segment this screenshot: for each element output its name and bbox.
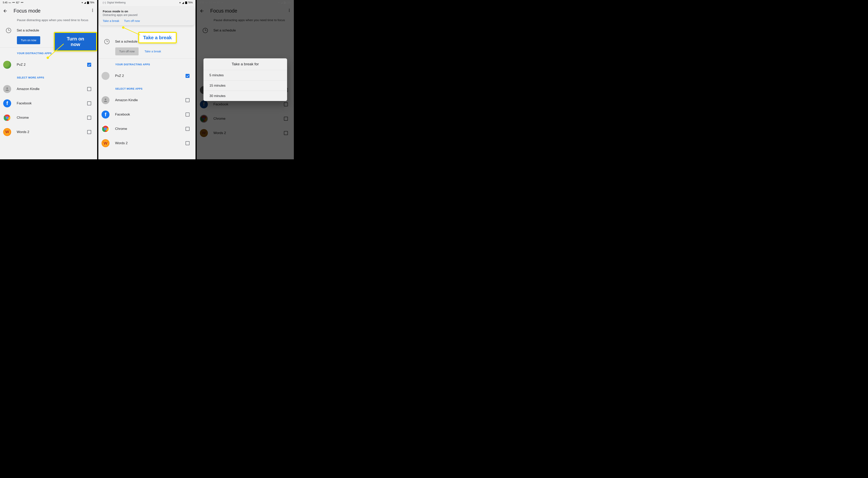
break-option-15min[interactable]: 15 minutes xyxy=(204,80,287,91)
svg-point-19 xyxy=(104,128,106,130)
app-name: Amazon Kindle xyxy=(17,87,39,91)
notif-turn-off-action[interactable]: Turn off now xyxy=(124,19,140,23)
app-name: Words 2 xyxy=(17,130,29,134)
app-row[interactable]: Amazon Kindle xyxy=(0,82,97,96)
cellular-icon: ◢ xyxy=(84,1,86,4)
panel-turn-on: 5:45 fios ••• 82° ••• ▾ ◢ 76% Focus mode… xyxy=(0,0,97,159)
turn-on-now-button[interactable]: Turn on now xyxy=(17,36,40,44)
app-name: Facebook xyxy=(17,101,32,106)
callout-turn-on-now: Turn on now xyxy=(54,32,97,51)
app-icon-words2: W xyxy=(3,128,11,136)
callout-take-a-break: Take a break xyxy=(138,32,177,43)
your-distracting-apps-label: YOUR DISTRACTING APPS xyxy=(98,59,195,69)
panel-focus-on: (○) Digital Wellbeing ▾ ◢ 76% Set a sche… xyxy=(98,0,195,159)
app-checkbox[interactable] xyxy=(186,113,189,117)
app-icon-chrome xyxy=(101,125,110,133)
dots-icon: ••• xyxy=(12,1,15,4)
focus-indicator-icon: (○) xyxy=(103,1,106,4)
app-row[interactable]: Amazon Kindle xyxy=(98,93,195,107)
overflow-menu[interactable] xyxy=(91,8,94,13)
take-a-break-link[interactable]: Take a break xyxy=(145,50,161,53)
svg-point-4 xyxy=(92,10,93,11)
cellular-icon: ◢ xyxy=(182,1,184,4)
svg-point-10 xyxy=(6,117,8,119)
app-icon-words2: W xyxy=(101,139,110,147)
app-row-pvz2[interactable]: PvZ 2 xyxy=(98,69,195,83)
clock-icon xyxy=(6,28,11,33)
status-bar: (○) Digital Wellbeing ▾ ◢ 76% xyxy=(98,0,195,5)
app-checkbox[interactable] xyxy=(186,74,189,78)
notif-title: Focus mode is on xyxy=(103,9,191,13)
app-checkbox[interactable] xyxy=(186,98,189,102)
break-option-30min[interactable]: 30 minutes xyxy=(204,91,287,101)
svg-point-5 xyxy=(92,11,93,12)
app-checkbox[interactable] xyxy=(186,141,189,145)
take-break-dialog: Take a break for 5 minutes 15 minutes 30… xyxy=(204,58,287,101)
turn-off-now-button[interactable]: Turn off now xyxy=(115,48,138,55)
set-schedule-label: Set a schedule xyxy=(17,28,39,32)
status-time: 5:45 xyxy=(3,1,7,4)
status-app-name: Digital Wellbeing xyxy=(107,1,126,4)
svg-point-3 xyxy=(92,9,93,9)
app-name: Chrome xyxy=(115,127,127,131)
app-row-pvz2[interactable]: PvZ 2 xyxy=(0,58,97,72)
app-name: Amazon Kindle xyxy=(115,98,138,102)
app-icon-pvz2-paused xyxy=(101,72,110,80)
dots-icon: ••• xyxy=(21,1,24,4)
panel-break-dialog: 5:45 fios (○) ••• 82° • ▾ ◢ 75% xyxy=(197,0,294,159)
wifi-icon: ▾ xyxy=(179,1,181,4)
app-checkbox[interactable] xyxy=(87,116,91,120)
break-option-5min[interactable]: 5 minutes xyxy=(204,70,287,80)
battery-indicator: 76% xyxy=(185,1,193,4)
header: Focus mode xyxy=(0,5,97,15)
app-icon-kindle xyxy=(3,85,11,93)
app-row[interactable]: W Words 2 xyxy=(98,136,195,150)
select-more-apps-label: SELECT MORE APPS xyxy=(98,83,195,93)
app-name: PvZ 2 xyxy=(17,63,26,67)
page-subtitle: Pause distracting apps when you need tim… xyxy=(0,15,97,26)
clock-icon xyxy=(104,39,110,44)
app-checkbox[interactable] xyxy=(87,130,91,134)
app-icon-chrome xyxy=(3,114,11,122)
chrome-icon xyxy=(4,114,10,121)
app-icon-facebook: f xyxy=(101,111,110,119)
app-icon-pvz2 xyxy=(3,61,11,69)
app-icon-facebook: f xyxy=(3,99,11,107)
app-name: Facebook xyxy=(115,113,130,117)
more-vert-icon xyxy=(91,8,94,12)
svg-rect-2 xyxy=(87,2,89,4)
app-row[interactable]: W Words 2 xyxy=(0,125,97,139)
app-checkbox[interactable] xyxy=(87,63,91,67)
app-name: Chrome xyxy=(17,116,29,120)
notif-subtitle: Distracting apps are paused xyxy=(103,13,191,17)
svg-point-15 xyxy=(105,98,106,100)
battery-indicator: 76% xyxy=(87,1,94,4)
status-bar: 5:45 fios ••• 82° ••• ▾ ◢ 76% xyxy=(0,0,97,5)
select-more-apps-label: SELECT MORE APPS xyxy=(0,72,97,82)
status-temp: 82° xyxy=(16,1,20,4)
app-icon-kindle xyxy=(101,96,110,104)
svg-point-6 xyxy=(6,87,8,89)
dialog-title: Take a break for xyxy=(204,58,287,70)
page-title: Focus mode xyxy=(13,8,41,14)
set-schedule-label: Set a schedule xyxy=(115,40,137,43)
app-row[interactable]: Chrome xyxy=(0,111,97,125)
status-carrier: fios xyxy=(8,2,11,4)
app-checkbox[interactable] xyxy=(87,87,91,91)
app-checkbox[interactable] xyxy=(87,101,91,106)
svg-rect-14 xyxy=(185,2,187,4)
focus-mode-notification[interactable]: Focus mode is on Distracting apps are pa… xyxy=(99,7,194,25)
wifi-icon: ▾ xyxy=(82,1,83,4)
arrow-back-icon xyxy=(3,8,7,13)
app-row[interactable]: f Facebook xyxy=(0,96,97,111)
app-row[interactable]: Chrome xyxy=(98,122,195,136)
app-name: Words 2 xyxy=(115,141,128,145)
app-name: PvZ 2 xyxy=(115,74,124,78)
app-row[interactable]: f Facebook xyxy=(98,107,195,122)
person-icon xyxy=(5,87,9,91)
app-checkbox[interactable] xyxy=(186,127,189,131)
back-button[interactable] xyxy=(3,8,7,13)
notif-take-break-action[interactable]: Take a break xyxy=(103,19,119,23)
